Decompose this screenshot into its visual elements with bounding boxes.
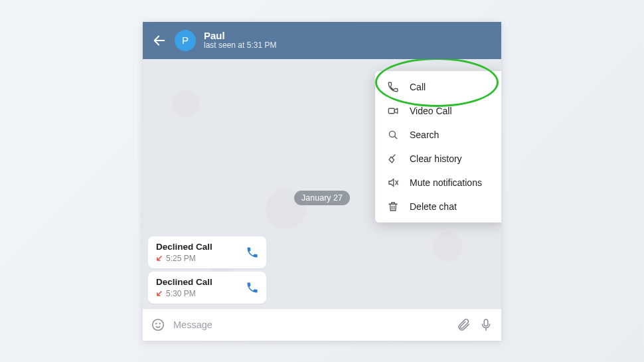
menu-label: Call — [410, 82, 426, 92]
context-menu: Call Video Call Search Clear history Mut… — [375, 71, 501, 223]
trash-icon — [387, 201, 399, 213]
mute-icon — [387, 177, 399, 189]
callback-button[interactable] — [245, 280, 260, 295]
menu-item-clear-history[interactable]: Clear history — [375, 147, 501, 171]
svg-line-4 — [394, 136, 397, 139]
contact-name: Paul — [204, 30, 276, 41]
chat-header: P Paul last seen at 5:31 PM — [143, 22, 501, 59]
date-separator: January 27 — [294, 191, 350, 205]
message-input-bar — [143, 309, 501, 341]
svg-point-10 — [153, 319, 164, 331]
svg-rect-13 — [484, 319, 488, 326]
menu-label: Clear history — [410, 153, 462, 164]
chat-area: January 27 Declined Call 5:25 PM Decline… — [143, 59, 501, 309]
menu-label: Video Call — [410, 106, 452, 116]
phone-icon — [387, 81, 399, 93]
menu-item-delete-chat[interactable]: Delete chat — [375, 195, 501, 219]
chat-window: P Paul last seen at 5:31 PM January 27 D… — [143, 22, 501, 341]
svg-point-11 — [156, 323, 157, 324]
svg-marker-5 — [389, 179, 394, 186]
call-time: 5:25 PM — [166, 254, 196, 263]
callback-button[interactable] — [245, 245, 260, 260]
attach-button[interactable] — [456, 317, 471, 332]
call-title: Declined Call — [156, 242, 212, 252]
message-input[interactable] — [173, 319, 448, 330]
avatar-initial: P — [182, 35, 189, 46]
phone-icon — [246, 281, 259, 294]
menu-item-search[interactable]: Search — [375, 123, 501, 147]
svg-rect-1 — [388, 108, 394, 114]
call-title: Declined Call — [156, 277, 212, 287]
message-list: Declined Call 5:25 PM Declined Call 5:30… — [148, 236, 266, 304]
video-icon — [387, 105, 399, 117]
menu-item-video-call[interactable]: Video Call — [375, 99, 501, 123]
phone-icon — [246, 246, 259, 259]
emoji-icon — [151, 317, 165, 332]
search-icon — [387, 129, 399, 141]
header-title-block[interactable]: Paul last seen at 5:31 PM — [204, 30, 276, 50]
back-button[interactable] — [152, 33, 167, 48]
emoji-button[interactable] — [151, 317, 165, 332]
menu-label: Search — [410, 130, 439, 140]
broom-icon — [387, 153, 399, 165]
microphone-icon — [479, 317, 493, 332]
menu-label: Mute notifications — [410, 177, 482, 188]
last-seen-status: last seen at 5:31 PM — [204, 41, 276, 50]
paperclip-icon — [456, 317, 471, 332]
arrow-left-icon — [152, 33, 167, 48]
svg-point-3 — [389, 131, 395, 137]
call-log-item[interactable]: Declined Call 5:25 PM — [148, 236, 266, 268]
menu-label: Delete chat — [410, 201, 457, 212]
svg-marker-2 — [394, 108, 398, 114]
missed-call-arrow-icon — [156, 290, 163, 297]
call-time: 5:30 PM — [166, 289, 196, 298]
avatar[interactable]: P — [175, 30, 196, 51]
menu-item-call[interactable]: Call — [375, 75, 501, 99]
missed-call-arrow-icon — [156, 255, 163, 262]
menu-item-mute[interactable]: Mute notifications — [375, 171, 501, 195]
call-log-item[interactable]: Declined Call 5:30 PM — [148, 272, 266, 304]
voice-button[interactable] — [479, 317, 493, 332]
svg-point-12 — [159, 323, 160, 324]
